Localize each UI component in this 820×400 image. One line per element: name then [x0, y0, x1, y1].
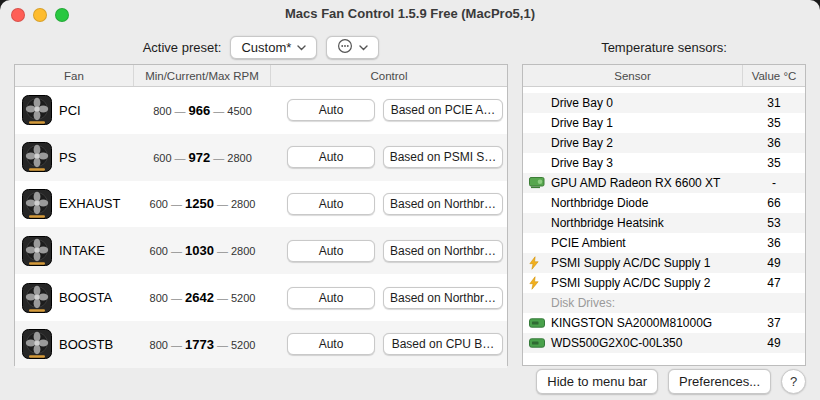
fan-row[interactable]: PS 600—972—2800 AutoBased on PSMI S… [15, 134, 507, 181]
rpm-column-header: Min/Current/Max RPM [134, 65, 271, 86]
based-on-button[interactable]: Based on Northbr… [383, 287, 503, 309]
app-window: Macs Fan Control 1.5.9 Free (MacPro5,1) … [0, 0, 820, 400]
fan-rpm: 600—1030—2800 [134, 243, 271, 258]
fan-icon [15, 189, 59, 219]
fan-row[interactable]: INTAKE 600—1030—2800 AutoBased on Northb… [15, 227, 507, 274]
active-preset-label: Active preset: [143, 40, 222, 55]
preset-dropdown[interactable]: Custom* [230, 36, 317, 59]
fan-name: BOOSTA [59, 290, 134, 305]
chevron-down-icon [359, 45, 368, 51]
auto-button[interactable]: Auto [287, 99, 375, 121]
sensor-name: Northbridge Heatsink [523, 216, 743, 230]
fan-icon [15, 236, 59, 266]
preset-dropdown-value: Custom* [241, 40, 291, 55]
based-on-button[interactable]: Based on PSMI S… [383, 146, 503, 168]
sensor-name: PCIE Ambient [523, 236, 743, 250]
sensor-row[interactable]: Drive Bay 0 31 [523, 93, 805, 113]
preset-toolbar: Active preset: Custom* [14, 36, 508, 59]
value-column-header: Value °C [743, 65, 805, 86]
auto-button[interactable]: Auto [287, 193, 375, 215]
control-column-header: Control [271, 65, 507, 86]
fan-row[interactable]: PCI 800—966—4500 AutoBased on PCIE A… [15, 87, 507, 134]
sensor-value: 53 [743, 216, 805, 230]
sensor-row[interactable]: GPU AMD Radeon RX 6600 XT - [523, 173, 805, 193]
temperature-sensors-label: Temperature sensors: [522, 40, 806, 55]
bolt-icon [529, 257, 539, 270]
hide-to-menu-bar-button[interactable]: Hide to menu bar [536, 369, 658, 394]
help-button[interactable]: ? [781, 369, 806, 394]
based-on-button[interactable]: Based on CPU B… [383, 333, 503, 355]
fan-rpm: 800—2642—5200 [134, 290, 271, 305]
window-title: Macs Fan Control 1.5.9 Free (MacPro5,1) [0, 6, 820, 21]
sensor-name: Drive Bay 3 [523, 156, 743, 170]
fan-icon [15, 95, 59, 125]
based-on-button[interactable]: Based on Northbr… [383, 240, 503, 262]
sensor-row[interactable]: PCIE Ambient 36 [523, 233, 805, 253]
disk-icon [529, 338, 545, 348]
fan-name: PCI [59, 103, 134, 118]
fan-name: PS [59, 150, 134, 165]
sensor-row[interactable]: Drive Bay 1 35 [523, 113, 805, 133]
sensor-row[interactable]: Drive Bay 2 36 [523, 133, 805, 153]
sensor-table-header: Sensor Value °C [523, 65, 805, 87]
sensor-value: 37 [743, 316, 805, 330]
fan-row[interactable]: EXHAUST 600—1250—2800 AutoBased on North… [15, 181, 507, 228]
disk-icon [529, 318, 545, 328]
fan-table: Fan Min/Current/Max RPM Control PCI 800—… [14, 64, 508, 366]
based-on-button[interactable]: Based on PCIE A… [383, 99, 503, 121]
footer-bar: Hide to menu bar Preferences... ? [536, 369, 806, 394]
gpu-icon [529, 177, 546, 189]
sensor-column-header: Sensor [523, 65, 743, 86]
fan-name: INTAKE [59, 243, 134, 258]
preset-actions-dropdown[interactable] [326, 36, 379, 59]
fan-table-header: Fan Min/Current/Max RPM Control [15, 65, 507, 87]
sensor-name: Drive Bay 2 [523, 136, 743, 150]
sensor-value: 66 [743, 196, 805, 210]
title-bar: Macs Fan Control 1.5.9 Free (MacPro5,1) [0, 0, 820, 28]
fan-icon [15, 142, 59, 172]
fan-rpm: 600—972—2800 [134, 150, 271, 165]
sensor-row[interactable]: WDS500G2X0C-00L350 49 [523, 333, 805, 353]
section-label: Disk Drives: [523, 296, 743, 310]
sensor-row[interactable]: PSMI Supply AC/DC Supply 1 49 [523, 253, 805, 273]
sensor-name: PSMI Supply AC/DC Supply 1 [523, 256, 743, 270]
sensor-row[interactable]: Drive Bay 3 35 [523, 153, 805, 173]
based-on-button[interactable]: Based on Northbr… [383, 193, 503, 215]
sensor-name: Drive Bay 0 [523, 96, 743, 110]
auto-button[interactable]: Auto [287, 287, 375, 309]
fan-rpm: 800—1773—5200 [134, 337, 271, 352]
fan-name: EXHAUST [59, 196, 134, 211]
chevron-down-icon [297, 45, 306, 51]
fan-rpm: 800—966—4500 [134, 103, 271, 118]
sensor-section-row: Disk Drives: [523, 293, 805, 313]
sensor-name: GPU AMD Radeon RX 6600 XT [523, 176, 743, 190]
sensor-row[interactable]: Northbridge Diode 66 [523, 193, 805, 213]
sensor-row[interactable]: Northbridge Heatsink 53 [523, 213, 805, 233]
auto-button[interactable]: Auto [287, 146, 375, 168]
sensor-value: 36 [743, 136, 805, 150]
sensor-value: 35 [743, 156, 805, 170]
sensor-name: Northbridge Diode [523, 196, 743, 210]
sensor-value: 36 [743, 236, 805, 250]
sensor-row[interactable]: KINGSTON SA2000M81000G 37 [523, 313, 805, 333]
sensor-name: Drive Bay 1 [523, 116, 743, 130]
sensor-name: KINGSTON SA2000M81000G [523, 316, 743, 330]
fan-icon [15, 329, 59, 359]
sensor-name: WDS500G2X0C-00L350 [523, 336, 743, 350]
fan-row[interactable]: BOOSTA 800—2642—5200 AutoBased on Northb… [15, 274, 507, 321]
sensor-value: - [743, 176, 805, 190]
auto-button[interactable]: Auto [287, 240, 375, 262]
bolt-icon [529, 277, 539, 290]
preferences-button[interactable]: Preferences... [668, 369, 771, 394]
auto-button[interactable]: Auto [287, 333, 375, 355]
fan-column-header: Fan [15, 65, 134, 86]
ellipsis-circle-icon [337, 38, 353, 57]
fan-icon [15, 283, 59, 313]
sensor-table: Sensor Value °C Drive Bay 0 31 Drive Bay… [522, 64, 806, 366]
fan-row[interactable]: BOOSTB 800—1773—5200 AutoBased on CPU B… [15, 321, 507, 368]
fan-rpm: 600—1250—2800 [134, 196, 271, 211]
sensor-value: 49 [743, 336, 805, 350]
sensor-value: 35 [743, 116, 805, 130]
sensor-value: 31 [743, 96, 805, 110]
sensor-row[interactable]: PSMI Supply AC/DC Supply 2 47 [523, 273, 805, 293]
